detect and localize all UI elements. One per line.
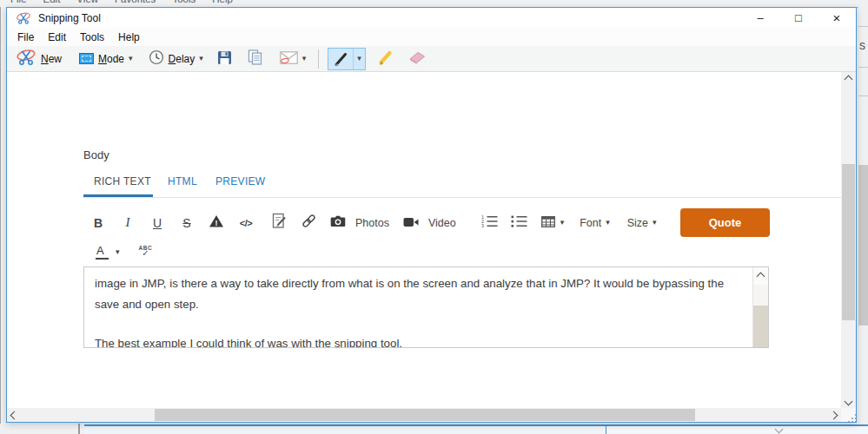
window-title: Snipping Tool [38, 12, 101, 24]
quote-button[interactable]: Quote [680, 208, 770, 237]
svg-text:!: ! [215, 219, 218, 227]
eraser-icon [407, 50, 427, 67]
table-icon [541, 215, 555, 231]
delay-label: Delay [169, 53, 195, 65]
insert-link-button[interactable] [294, 213, 323, 233]
new-label: New [41, 53, 62, 65]
vertical-scrollbar-thumb[interactable] [842, 164, 855, 320]
tab-preview[interactable]: PREVIEW [215, 175, 265, 187]
maximize-button[interactable]: □ [779, 8, 818, 28]
chevron-down-icon: ▾ [653, 219, 657, 227]
eraser-button[interactable] [402, 49, 432, 69]
background-menu-tools[interactable]: Tools [172, 0, 195, 4]
background-menu-edit[interactable]: Edit [43, 0, 61, 4]
snipping-tool-logo-icon [16, 11, 31, 25]
checkmark-icon: ✓ [142, 249, 149, 258]
email-button[interactable]: ▾ [275, 49, 312, 69]
scissors-icon [16, 49, 36, 69]
close-button[interactable]: × [818, 8, 856, 28]
message-body-text[interactable]: image in JMP, is there a way to take dir… [84, 267, 753, 347]
scroll-right-button[interactable] [826, 408, 841, 422]
chevron-down-icon [845, 398, 853, 406]
snip-canvas: Body RICH TEXT HTML PREVIEW B I U S ! </… [7, 72, 856, 422]
message-body-editor[interactable]: image in JMP, is there a way to take dir… [83, 266, 769, 348]
highlighter-button[interactable] [371, 47, 399, 70]
tab-html[interactable]: HTML [168, 175, 197, 187]
tab-rich-text[interactable]: RICH TEXT [94, 175, 151, 187]
screen: { "background_page": { "browser_menu": [… [0, 0, 868, 434]
insert-code-sample-button[interactable] [264, 213, 294, 233]
text-color-icon: A [96, 244, 109, 260]
body-paragraph: The best example I could think of was wi… [95, 333, 750, 348]
chevron-down-icon[interactable]: ▾ [129, 55, 133, 62]
spellcheck-button[interactable]: ABC ✓ [139, 246, 153, 259]
pen-tool-button[interactable]: ▾ [328, 48, 366, 70]
copy-button[interactable] [242, 48, 268, 69]
bullet-list-button[interactable] [505, 214, 534, 231]
font-dropdown[interactable]: Font ▾ [571, 217, 619, 229]
window-horizontal-scrollbar[interactable] [7, 408, 841, 422]
background-divider [858, 26, 868, 27]
background-menu-view[interactable]: View [76, 0, 98, 4]
copy-icon [248, 49, 262, 68]
save-button[interactable] [212, 49, 237, 69]
new-snip-button[interactable]: New [10, 47, 67, 70]
background-menu-help[interactable]: Help [212, 0, 233, 4]
menu-edit[interactable]: Edit [41, 30, 73, 45]
underline-button[interactable]: U [142, 216, 172, 230]
chevron-down-icon[interactable]: ▾ [302, 55, 307, 62]
resize-grip[interactable] [841, 408, 856, 422]
minimize-button[interactable]: – [741, 8, 779, 28]
editor-scroll-up-button[interactable] [753, 267, 768, 285]
bold-icon: B [94, 216, 103, 230]
background-panel-edge [84, 424, 606, 434]
editor-scrollbar-thumb[interactable] [753, 306, 768, 347]
menu-tools[interactable]: Tools [73, 30, 111, 45]
code-sample-icon [272, 213, 287, 233]
svg-text:3: 3 [481, 223, 484, 227]
delay-button[interactable]: Delay ▾ [143, 48, 209, 69]
warning-triangle-icon: ! [209, 214, 224, 232]
scroll-down-button[interactable] [841, 394, 856, 409]
insert-photos-button[interactable]: Photos [323, 215, 396, 231]
ordered-list-button[interactable]: 1 2 3 [475, 214, 505, 231]
background-menu-file[interactable]: File [10, 0, 27, 4]
insert-table-button[interactable]: ▾ [534, 215, 572, 231]
window-vertical-scrollbar[interactable] [841, 72, 856, 409]
chevron-down-icon[interactable]: ▾ [199, 55, 203, 62]
insert-video-button[interactable]: Video [396, 215, 463, 231]
background-page-right-strip: s [858, 0, 868, 434]
body-paragraph: image in JMP, is there a way to take dir… [95, 273, 750, 315]
menu-file[interactable]: File [7, 30, 41, 45]
save-floppy-icon [217, 50, 232, 68]
menu-help[interactable]: Help [111, 30, 147, 45]
inline-code-button[interactable]: </> [231, 218, 261, 228]
pen-options-dropdown[interactable]: ▾ [353, 49, 365, 69]
size-dropdown[interactable]: Size ▾ [619, 217, 666, 229]
video-label: Video [428, 217, 456, 229]
code-icon: </> [240, 218, 252, 228]
editor-toolbar-row-2: A ▾ ABC ✓ [83, 240, 152, 263]
spoiler-button[interactable]: ! [202, 214, 231, 232]
email-envelope-icon [280, 51, 298, 67]
italic-icon: I [126, 215, 130, 230]
mode-button[interactable]: Mode ▾ [74, 51, 138, 67]
font-label: Font [580, 217, 601, 229]
bold-button[interactable]: B [83, 216, 113, 230]
text-color-button[interactable]: A ▾ [83, 244, 120, 260]
strikethrough-button[interactable]: S [172, 216, 202, 230]
toolbar-separator [318, 49, 319, 69]
clock-icon [149, 49, 164, 68]
grip-dots-icon [851, 418, 853, 419]
background-menu-favorites[interactable]: Favorites [115, 0, 156, 4]
chevron-up-icon [757, 272, 765, 280]
mode-label: Mode [98, 53, 124, 65]
horizontal-scrollbar-thumb[interactable] [155, 409, 695, 421]
scroll-up-button[interactable] [841, 72, 856, 87]
titlebar[interactable]: Snipping Tool – □ × [7, 8, 856, 28]
scroll-left-button[interactable] [7, 408, 22, 422]
background-scrollbar-thumb[interactable] [858, 165, 868, 326]
link-icon [301, 213, 317, 233]
editor-scrollbar[interactable] [752, 267, 768, 347]
italic-button[interactable]: I [113, 215, 142, 230]
